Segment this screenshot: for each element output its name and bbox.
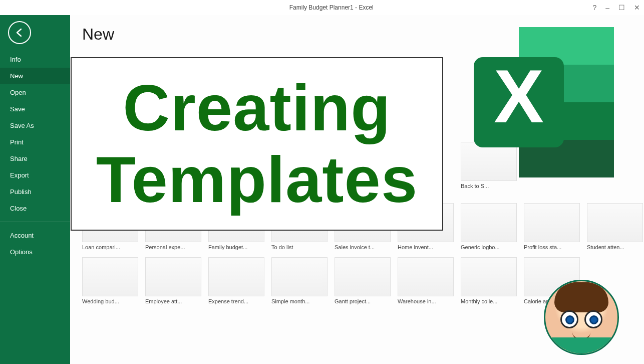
sidebar-item-options[interactable]: Options: [0, 244, 70, 260]
template-card[interactable]: Warehouse in...: [398, 257, 454, 304]
sidebar-item-save[interactable]: Save: [0, 101, 70, 117]
close-icon[interactable]: ✕: [634, 4, 640, 12]
template-thumbnail: [208, 257, 264, 296]
sidebar-top-group: Info New Open Save Save As Print Share E…: [0, 51, 70, 217]
template-thumbnail: [524, 203, 580, 242]
sidebar-item-label: Info: [10, 56, 21, 63]
template-label: Sales invoice t...: [335, 244, 391, 250]
sidebar-item-label: Account: [10, 232, 34, 239]
help-icon[interactable]: ?: [592, 4, 596, 12]
template-thumbnail: [82, 257, 138, 296]
template-label: Expense trend...: [208, 298, 264, 304]
template-card[interactable]: Student atten...: [587, 203, 643, 250]
template-label: Generic logbo...: [461, 244, 517, 250]
template-card[interactable]: Generic logbo...: [461, 203, 517, 250]
template-label: Home invent...: [398, 244, 454, 250]
svg-text:X: X: [494, 54, 544, 138]
overlay-title: Creating Templates: [71, 57, 443, 231]
sidebar-item-label: Open: [10, 89, 26, 96]
excel-logo-icon: X: [459, 22, 619, 185]
sidebar-item-save-as[interactable]: Save As: [0, 117, 70, 134]
maximize-icon[interactable]: ☐: [618, 4, 625, 12]
sidebar-item-label: Publish: [10, 188, 32, 196]
sidebar-separator: [0, 222, 70, 222]
sidebar-item-export[interactable]: Export: [0, 167, 70, 184]
template-card[interactable]: Gantt project...: [335, 257, 391, 304]
template-card[interactable]: Wedding bud...: [82, 257, 138, 304]
back-arrow-icon: [14, 27, 25, 38]
sidebar-item-label: Save As: [10, 122, 34, 129]
sidebar-item-new[interactable]: New: [0, 68, 70, 84]
sidebar-item-account[interactable]: Account: [0, 227, 70, 244]
template-label: To do list: [271, 244, 328, 250]
overlay-line-2: Templates: [96, 144, 418, 216]
sidebar-item-info[interactable]: Info: [0, 51, 70, 68]
minimize-icon[interactable]: –: [605, 4, 609, 12]
template-thumbnail: [145, 257, 201, 296]
avatar: [544, 280, 619, 355]
sidebar-item-label: Save: [10, 105, 25, 113]
template-label: Employee att...: [145, 298, 201, 304]
template-label: Monthly colle...: [461, 298, 517, 304]
sidebar-item-publish[interactable]: Publish: [0, 184, 70, 200]
template-label: Simple month...: [271, 298, 328, 304]
template-label: Wedding bud...: [82, 298, 138, 304]
template-card[interactable]: Simple month...: [271, 257, 328, 304]
template-label: Gantt project...: [335, 298, 391, 304]
template-card[interactable]: Employee att...: [145, 257, 201, 304]
sidebar-item-label: Close: [10, 205, 27, 212]
sidebar-item-label: Export: [10, 171, 29, 179]
template-label: Student atten...: [587, 244, 643, 250]
back-button[interactable]: [8, 21, 31, 44]
overlay-line-1: Creating: [123, 72, 391, 144]
template-label: Warehouse in...: [398, 298, 454, 304]
sidebar-item-label: Share: [10, 155, 28, 162]
template-thumbnail: [587, 203, 643, 242]
template-card[interactable]: Expense trend...: [208, 257, 264, 304]
template-label: Profit loss sta...: [524, 244, 580, 250]
template-card[interactable]: Profit loss sta...: [524, 203, 580, 250]
sidebar-item-share[interactable]: Share: [0, 150, 70, 167]
template-label: Personal expe...: [145, 244, 201, 250]
sidebar-bottom-group: Account Options: [0, 227, 70, 260]
window-title: Family Budget Planner1 - Excel: [70, 4, 592, 11]
template-thumbnail: [461, 203, 517, 242]
template-card[interactable]: Monthly colle...: [461, 257, 517, 304]
window-controls: ? – ☐ ✕: [592, 4, 640, 12]
backstage-sidebar: Info New Open Save Save As Print Share E…: [0, 15, 70, 364]
template-label: Family budget...: [208, 244, 264, 250]
sidebar-item-label: Print: [10, 138, 24, 146]
sidebar-item-label: New: [10, 72, 23, 80]
sidebar-item-open[interactable]: Open: [0, 84, 70, 101]
sidebar-item-label: Options: [10, 248, 33, 256]
template-label: Loan compari...: [82, 244, 138, 250]
titlebar: Family Budget Planner1 - Excel ? – ☐ ✕: [0, 0, 644, 15]
template-thumbnail: [461, 257, 517, 296]
template-thumbnail: [335, 257, 391, 296]
sidebar-item-print[interactable]: Print: [0, 134, 70, 150]
template-thumbnail: [271, 257, 328, 296]
sidebar-item-close[interactable]: Close: [0, 200, 70, 217]
template-thumbnail: [398, 257, 454, 296]
